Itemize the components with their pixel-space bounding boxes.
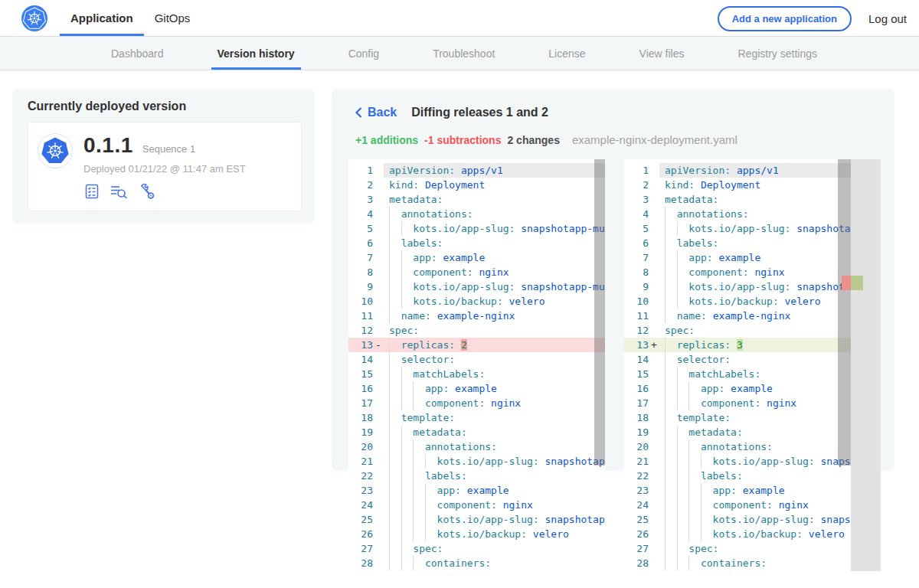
subnav-item-config[interactable]: Config [342, 37, 385, 70]
code-line: 3metadata: [348, 192, 605, 207]
code-line: 22 labels: [624, 469, 881, 483]
subnav-label: Registry settings [737, 47, 816, 60]
app-kubernetes-icon [38, 133, 73, 168]
code-lines: 1apiVersion: apps/v12kind: Deployment3me… [348, 159, 605, 570]
code-line: 5 kots.io/app-slug: snapshotapp-mu [348, 221, 605, 236]
code-line: 15 matchLabels: [348, 367, 605, 381]
tab-gitops-label: GitOps [155, 11, 191, 24]
code-line: 23 app: example [348, 483, 605, 498]
subnav-label: Troubleshoot [433, 47, 495, 60]
code-line: 6 labels: [348, 236, 605, 250]
diff-stats: +1 additions -1 subtractions 2 changes e… [355, 133, 737, 146]
tab-application-label: Application [70, 11, 133, 24]
code-line: 11 name: example-nginx [348, 309, 605, 323]
kots-admin-console: Application GitOps Add a new application… [0, 0, 919, 588]
deployed-card-title: Currently deployed version [28, 100, 302, 113]
code-line: 20 annotations: [348, 439, 605, 454]
version-action-icons [83, 183, 246, 200]
code-line: 8 component: nginx [348, 265, 605, 279]
top-nav: Application GitOps [60, 0, 201, 36]
subnav-item-license[interactable]: License [542, 37, 591, 70]
changes-count: 2 changes [507, 134, 559, 146]
logout-link[interactable]: Log out [868, 12, 907, 25]
back-link[interactable]: Back [355, 106, 397, 119]
tab-application[interactable]: Application [60, 0, 144, 36]
code-line: 22 labels: [348, 469, 605, 483]
code-line: 28 containers: [624, 556, 881, 570]
code-line: 7 app: example [348, 250, 605, 265]
code-line: 10 kots.io/backup: velero [348, 294, 605, 309]
ruler-removed-marker [842, 276, 851, 290]
version-number: 0.1.1 [83, 133, 133, 158]
ruler-added-marker [851, 276, 863, 290]
code-line: 17 component: nginx [348, 396, 605, 410]
scrollbar-slider[interactable] [594, 159, 605, 466]
deployed-version-card: 0.1.1 Sequence 1 Deployed 01/21/22 @ 11:… [28, 122, 302, 211]
code-line: 18 template: [348, 410, 605, 425]
code-line: 25 kots.io/app-slug: snapshotap [348, 512, 605, 527]
code-line: 14 selector: [348, 352, 605, 367]
code-line: 21 kots.io/app-slug: snapshotap [348, 454, 605, 469]
code-line: 1apiVersion: apps/v1 [348, 163, 605, 178]
additions-count: +1 additions [355, 134, 418, 146]
code-line: 28 containers: [348, 556, 605, 570]
release-notes-icon[interactable] [83, 183, 100, 200]
code-line: 25 kots.io/app-slug: snapshotap [624, 512, 881, 527]
tab-gitops[interactable]: GitOps [144, 0, 201, 36]
configure-icon[interactable] [139, 183, 155, 200]
code-line: 27 spec: [348, 541, 605, 556]
subnav-item-registry-settings[interactable]: Registry settings [731, 37, 823, 70]
view-logs-icon[interactable] [110, 183, 129, 200]
scrollbar-slider[interactable] [838, 159, 851, 466]
subnav-label: Config [348, 47, 379, 60]
chevron-left-icon [355, 107, 362, 118]
code-line: 27 spec: [624, 541, 881, 556]
top-header: Application GitOps Add a new application… [0, 0, 919, 37]
code-line: 16 app: example [348, 381, 605, 396]
code-line: 24 component: nginx [624, 498, 881, 512]
subnav-item-dashboard[interactable]: Dashboard [105, 37, 170, 70]
code-line: 12spec: [348, 323, 605, 338]
diff-overview-ruler [851, 159, 881, 571]
diff-editor-original[interactable]: 1apiVersion: apps/v12kind: Deployment3me… [348, 159, 605, 571]
diff-title: Diffing releases 1 and 2 [411, 106, 548, 119]
code-line: 19 metadata: [348, 425, 605, 439]
code-line: 26 kots.io/backup: velero [624, 527, 881, 541]
code-line: 24 component: nginx [348, 498, 605, 512]
header-right: Add a new application Log out [718, 0, 907, 37]
diff-releases-card: Back Diffing releases 1 and 2 +1 additio… [332, 89, 894, 471]
diff-filename: example-nginx-deployment.yaml [572, 133, 737, 146]
code-line: 26 kots.io/backup: velero [348, 527, 605, 541]
subnav-item-version-history[interactable]: Version history [211, 37, 301, 70]
subtractions-count: -1 subtractions [424, 134, 501, 146]
subnav-item-troubleshoot[interactable]: Troubleshoot [427, 37, 501, 70]
add-application-button[interactable]: Add a new application [718, 6, 852, 31]
sequence-label: Sequence 1 [142, 143, 195, 155]
code-line: 2kind: Deployment [348, 178, 605, 192]
deployed-timestamp: Deployed 01/21/22 @ 11:47 am EST [83, 163, 246, 175]
app-subnav: Dashboard Version history Config Trouble… [0, 37, 919, 70]
back-label: Back [368, 106, 397, 119]
code-line: 9 kots.io/app-slug: snapshotapp-mu [348, 279, 605, 294]
diff-editor-modified[interactable]: 1apiVersion: apps/v12kind: Deployment3me… [624, 159, 881, 571]
currently-deployed-card: Currently deployed version [12, 89, 314, 224]
subnav-label: License [548, 47, 585, 60]
subnav-item-view-files[interactable]: View files [633, 37, 691, 70]
code-line: 4 annotations: [348, 207, 605, 221]
subnav-label: Version history [217, 47, 295, 60]
version-info: 0.1.1 Sequence 1 Deployed 01/21/22 @ 11:… [83, 133, 246, 200]
code-line: 13- replicas: 2 [348, 338, 605, 352]
kubernetes-logo-icon [21, 5, 47, 31]
subnav-label: Dashboard [111, 47, 164, 60]
code-line: 23 app: example [624, 483, 881, 498]
subnav-label: View files [639, 47, 685, 60]
